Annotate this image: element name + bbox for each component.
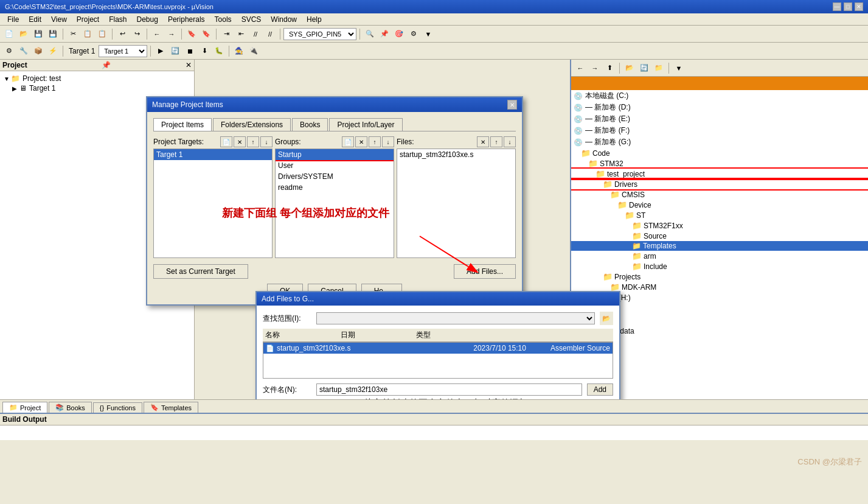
nav-back-btn[interactable]: ←	[150, 27, 164, 41]
menu-flash[interactable]: Flash	[104, 14, 131, 25]
groups-down-btn[interactable]: ↓	[382, 136, 394, 147]
dialog-close-btn[interactable]: ✕	[507, 100, 517, 110]
open-file-btn[interactable]: Add	[587, 383, 613, 396]
close-button[interactable]: ✕	[855, 2, 863, 11]
manage-btn[interactable]: ⚙	[2, 44, 16, 58]
tree-target[interactable]: ▶ 🖥 Target 1	[2, 83, 192, 93]
folder-include[interactable]: 📁 Include	[571, 261, 868, 271]
paste-btn[interactable]: 📋	[95, 27, 109, 41]
outdent-btn[interactable]: ⇤	[234, 27, 248, 41]
gpio-dropdown[interactable]: SYS_GPIO_PIN5	[283, 28, 356, 40]
target-select[interactable]: Target 1	[99, 45, 147, 57]
folder-code[interactable]: 📁 Code	[571, 148, 868, 158]
groups-new-btn[interactable]: 📄	[342, 136, 354, 147]
tab-project[interactable]: 📁 Project	[2, 402, 47, 413]
groups-del-btn[interactable]: ✕	[355, 136, 367, 147]
filename-input[interactable]	[316, 383, 582, 396]
folder-stm32f1xx[interactable]: 📁 STM32F1xx	[571, 220, 868, 231]
browse-btn[interactable]: 📂	[600, 312, 613, 325]
tab-functions[interactable]: {} Functions	[93, 402, 142, 413]
nav-fwd-btn[interactable]: →	[165, 27, 178, 41]
stop-btn[interactable]: ⏹	[183, 44, 196, 58]
folder-source[interactable]: 📁 Source	[571, 231, 868, 241]
targets-new-btn[interactable]: 📄	[220, 136, 232, 147]
download-btn[interactable]: ⬇	[198, 44, 211, 58]
folder-test-project[interactable]: 📁 test_project	[571, 169, 868, 179]
files-up-btn[interactable]: ↑	[490, 136, 502, 147]
undo-btn[interactable]: ↩	[116, 27, 129, 41]
start-debug-btn[interactable]: 🐛	[212, 44, 226, 58]
target-opts-btn[interactable]: 🔧	[17, 44, 30, 58]
fe-refresh-btn[interactable]: 🔄	[637, 61, 651, 75]
panel-close[interactable]: ✕	[186, 61, 192, 69]
target-item-1[interactable]: Target 1	[154, 149, 272, 160]
tab-books[interactable]: 📚 Books	[49, 402, 92, 413]
ext-btn[interactable]: 🔌	[247, 44, 260, 58]
save-all-btn[interactable]: 💾	[46, 27, 60, 41]
tab-project-info[interactable]: Project Info/Layer	[329, 118, 402, 131]
panel-pin[interactable]: 📌	[102, 61, 111, 69]
targets-del-btn[interactable]: ✕	[234, 136, 246, 147]
add-files-btn[interactable]: Add Files...	[454, 264, 516, 279]
redo-btn[interactable]: ↪	[130, 27, 144, 41]
open-btn[interactable]: 📂	[17, 27, 30, 41]
bookmark2-btn[interactable]: 🔖	[200, 27, 213, 41]
fe-fwd-btn[interactable]: →	[588, 61, 602, 75]
uncomment-btn[interactable]: //	[263, 27, 277, 41]
build-btn[interactable]: ▶	[154, 44, 167, 58]
menu-view[interactable]: View	[46, 14, 72, 25]
group-item-drivers[interactable]: Drivers/SYSTEM	[276, 171, 394, 182]
menu-window[interactable]: Window	[266, 14, 302, 25]
group-item-user[interactable]: User	[276, 160, 394, 171]
drive-e[interactable]: 💿 — 新加卷 (E:)	[571, 113, 868, 125]
maximize-button[interactable]: □	[844, 2, 852, 11]
files-down-btn[interactable]: ↓	[504, 136, 516, 147]
menu-peripherals[interactable]: Peripherals	[163, 14, 210, 25]
fe-back-btn[interactable]: ←	[574, 61, 587, 75]
cut-btn[interactable]: ✂	[66, 27, 80, 41]
component-btn[interactable]: 📦	[32, 44, 45, 58]
more-btn[interactable]: ▼	[422, 27, 435, 41]
fe-view-btn[interactable]: ▼	[672, 61, 686, 75]
pin-btn[interactable]: 📌	[378, 27, 391, 41]
tab-templates[interactable]: 🔖 Templates	[144, 402, 198, 413]
group-item-startup[interactable]: Startup	[276, 149, 394, 160]
tree-project[interactable]: ▼ 📁 Project: test	[2, 74, 192, 83]
menu-edit[interactable]: Edit	[24, 14, 46, 25]
search-btn[interactable]: 🔍	[363, 27, 377, 41]
tab-project-items[interactable]: Project Items	[153, 118, 212, 131]
fe-explore-btn[interactable]: 📂	[623, 61, 636, 75]
config-btn[interactable]: ⚙	[407, 27, 420, 41]
drive-g[interactable]: 💿 — 新加卷 (G:)	[571, 136, 868, 148]
fe-up-btn[interactable]: ⬆	[603, 61, 616, 75]
comment-btn[interactable]: //	[249, 27, 262, 41]
menu-tools[interactable]: Tools	[210, 14, 237, 25]
wizard-btn[interactable]: 🧙	[232, 44, 246, 58]
target-btn[interactable]: 🎯	[392, 27, 406, 41]
save-btn[interactable]: 💾	[32, 27, 45, 41]
menu-help[interactable]: Help	[302, 14, 327, 25]
folder-st[interactable]: 📁 ST	[571, 210, 868, 220]
tab-books[interactable]: Books	[292, 118, 328, 131]
drive-d[interactable]: 💿 — 新加卷 (D:)	[571, 102, 868, 113]
folder-device[interactable]: 📁 Device	[571, 200, 868, 210]
folder-arm[interactable]: 📁 arm	[571, 251, 868, 261]
files-del-btn[interactable]: ✕	[477, 136, 489, 147]
search-range-select[interactable]	[316, 312, 595, 324]
drive-f[interactable]: 💿 — 新加卷 (F:)	[571, 125, 868, 136]
rebuild-btn[interactable]: 🔄	[168, 44, 182, 58]
indent-btn[interactable]: ⇥	[220, 27, 233, 41]
fe-newdir-btn[interactable]: 📁	[652, 61, 665, 75]
targets-down-btn[interactable]: ↓	[260, 136, 273, 147]
folder-cmsis[interactable]: 📁 CMSIS	[571, 189, 868, 200]
file-list-item-1[interactable]: 📄 startup_stm32f103xe.s 2023/7/10 15:10 …	[263, 343, 613, 354]
folder-projects[interactable]: 📁 Projects	[571, 271, 868, 282]
targets-up-btn[interactable]: ↑	[247, 136, 259, 147]
bookmark-btn[interactable]: 🔖	[185, 27, 198, 41]
folder-templates[interactable]: 📁 Templates	[571, 241, 868, 251]
menu-project[interactable]: Project	[72, 14, 104, 25]
event-btn[interactable]: ⚡	[46, 44, 60, 58]
folder-stm32[interactable]: 📁 STM32	[571, 158, 868, 169]
set-current-target-btn[interactable]: Set as Current Target	[153, 264, 248, 279]
new-file-btn[interactable]: 📄	[2, 27, 16, 41]
